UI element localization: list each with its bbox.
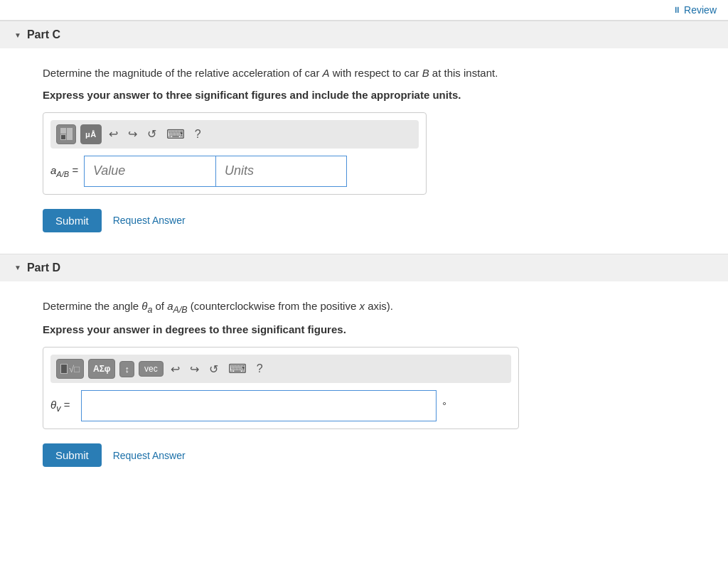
part-c-content: Determine the magnitude of the relative …: [0, 48, 728, 254]
part-c-submit-btn[interactable]: Submit: [43, 209, 102, 232]
part-d-refresh-btn[interactable]: ↺: [206, 361, 221, 377]
review-link[interactable]: Review: [673, 4, 717, 16]
part-c-value-input[interactable]: [84, 156, 215, 187]
part-c-collapse-arrow: ▼: [14, 31, 21, 39]
part-c-header[interactable]: ▼ Part C: [0, 21, 728, 48]
part-d-instruction: Express your answer in degrees to three …: [43, 323, 685, 335]
part-d-input-label: θv =: [50, 399, 70, 414]
part-c-units-input[interactable]: [215, 156, 347, 187]
part-d-header[interactable]: ▼ Part D: [0, 254, 728, 281]
part-c-refresh-btn[interactable]: ↺: [144, 126, 159, 142]
part-d-question: Determine the angle θa of aA/B (counterc…: [43, 298, 685, 317]
part-d-alpha-btn[interactable]: ΑΣφ: [88, 359, 115, 379]
part-c-icon-box-btn[interactable]: [56, 124, 76, 144]
part-d-icon-box-btn[interactable]: √□: [56, 359, 84, 379]
part-c-request-answer-link[interactable]: Request Answer: [113, 215, 186, 226]
part-c-question: Determine the magnitude of the relative …: [43, 65, 685, 82]
part-c-toolbar: μÅ ↩ ↪ ↺ ⌨ ?: [50, 120, 419, 149]
part-c-action-row: Submit Request Answer: [43, 209, 685, 232]
part-d-degree-input[interactable]: [81, 390, 437, 421]
part-d-arrows-btn[interactable]: ↕: [119, 361, 134, 377]
part-c-redo-btn[interactable]: ↪: [125, 126, 140, 142]
part-c-title: Part C: [27, 28, 60, 41]
part-d-action-row: Submit Request Answer: [43, 443, 685, 467]
top-bar: Review: [0, 0, 728, 21]
part-d-input-row: θv = °: [50, 390, 511, 421]
page-container: Review ▼ Part C Determine the magnitude …: [0, 0, 728, 488]
part-d-help-btn[interactable]: ?: [254, 361, 266, 377]
part-d-request-answer-link[interactable]: Request Answer: [113, 450, 186, 461]
part-c-section: ▼ Part C Determine the magnitude of the …: [0, 21, 728, 254]
part-c-answer-box: μÅ ↩ ↪ ↺ ⌨ ? aA/B =: [43, 112, 427, 195]
part-d-vec-btn[interactable]: vec: [139, 361, 164, 377]
part-c-mu-btn[interactable]: μÅ: [80, 124, 102, 144]
part-d-undo-btn[interactable]: ↩: [168, 361, 183, 377]
part-d-submit-btn[interactable]: Submit: [43, 443, 102, 467]
part-d-keyboard-btn[interactable]: ⌨: [225, 360, 250, 378]
part-c-input-label: aA/B =: [50, 164, 78, 178]
part-d-answer-box: √□ ΑΣφ ↕ vec ↩ ↪ ↺ ⌨: [43, 347, 519, 429]
part-c-input-row: aA/B =: [50, 156, 419, 187]
part-d-toolbar: √□ ΑΣφ ↕ vec ↩ ↪ ↺ ⌨: [50, 355, 511, 383]
part-d-title: Part D: [27, 262, 60, 274]
part-d-collapse-arrow: ▼: [14, 264, 21, 271]
part-c-undo-btn[interactable]: ↩: [106, 126, 121, 142]
part-c-help-btn[interactable]: ?: [192, 126, 204, 142]
part-c-instruction: Express your answer to three significant…: [43, 89, 685, 101]
part-d-degree-symbol: °: [442, 400, 446, 411]
part-d-redo-btn[interactable]: ↪: [187, 361, 202, 377]
part-d-section: ▼ Part D Determine the angle θa of aA/B …: [0, 254, 728, 489]
part-d-content: Determine the angle θa of aA/B (counterc…: [0, 281, 728, 489]
part-c-keyboard-btn[interactable]: ⌨: [164, 125, 188, 144]
